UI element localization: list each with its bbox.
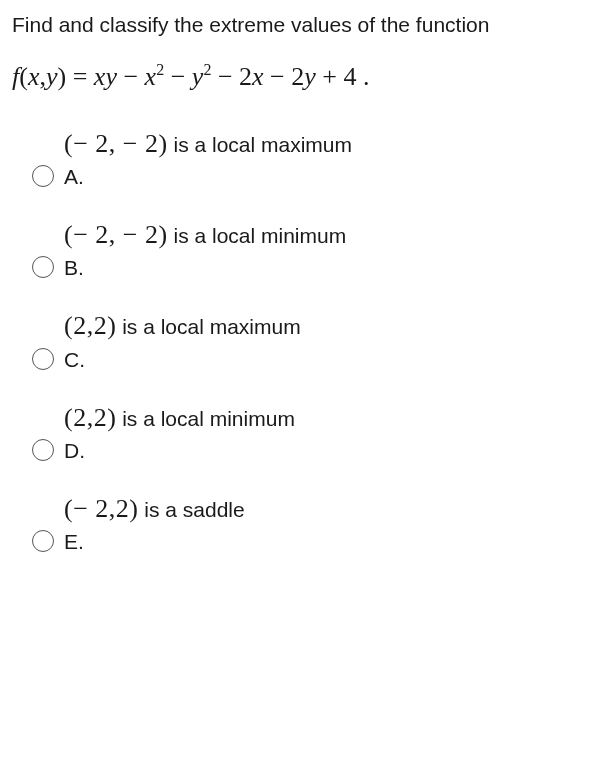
options-group: (− 2, − 2) is a local maximum A. (− 2, −…	[12, 128, 578, 554]
function-lhs: f(x,y)	[12, 62, 66, 91]
function-rhs: xy − x2 − y2 − 2x − 2y + 4 .	[94, 62, 370, 91]
option-body: (2,2) is a local minimum D.	[64, 402, 295, 463]
option-body: (− 2, − 2) is a local maximum A.	[64, 128, 352, 189]
option-math: (− 2,2)	[64, 494, 138, 523]
option-c[interactable]: (2,2) is a local maximum C.	[32, 310, 578, 371]
option-answer: (2,2) is a local minimum	[64, 402, 295, 433]
option-math: (2,2)	[64, 311, 116, 340]
radio-icon[interactable]	[32, 530, 54, 552]
option-desc: is a local maximum	[116, 315, 300, 338]
option-math: (− 2, − 2)	[64, 129, 168, 158]
option-e[interactable]: (− 2,2) is a saddle E.	[32, 493, 578, 554]
option-letter: D.	[64, 439, 295, 463]
option-math: (2,2)	[64, 403, 116, 432]
option-letter: B.	[64, 256, 346, 280]
option-answer: (− 2, − 2) is a local maximum	[64, 128, 352, 159]
function-equation: f(x,y) = xy − x2 − y2 − 2x − 2y + 4 .	[12, 61, 578, 92]
radio-icon[interactable]	[32, 348, 54, 370]
option-letter: C.	[64, 348, 301, 372]
option-answer: (− 2, − 2) is a local minimum	[64, 219, 346, 250]
option-answer: (− 2,2) is a saddle	[64, 493, 245, 524]
equals-sign: =	[73, 62, 94, 91]
option-desc: is a local minimum	[168, 224, 347, 247]
option-d[interactable]: (2,2) is a local minimum D.	[32, 402, 578, 463]
option-answer: (2,2) is a local maximum	[64, 310, 301, 341]
radio-icon[interactable]	[32, 165, 54, 187]
option-body: (2,2) is a local maximum C.	[64, 310, 301, 371]
radio-icon[interactable]	[32, 439, 54, 461]
option-desc: is a saddle	[138, 498, 244, 521]
option-b[interactable]: (− 2, − 2) is a local minimum B.	[32, 219, 578, 280]
option-a[interactable]: (− 2, − 2) is a local maximum A.	[32, 128, 578, 189]
option-letter: E.	[64, 530, 245, 554]
radio-icon[interactable]	[32, 256, 54, 278]
question-prompt: Find and classify the extreme values of …	[12, 10, 578, 39]
option-desc: is a local minimum	[116, 407, 295, 430]
option-body: (− 2, − 2) is a local minimum B.	[64, 219, 346, 280]
option-body: (− 2,2) is a saddle E.	[64, 493, 245, 554]
option-letter: A.	[64, 165, 352, 189]
option-math: (− 2, − 2)	[64, 220, 168, 249]
option-desc: is a local maximum	[168, 133, 352, 156]
